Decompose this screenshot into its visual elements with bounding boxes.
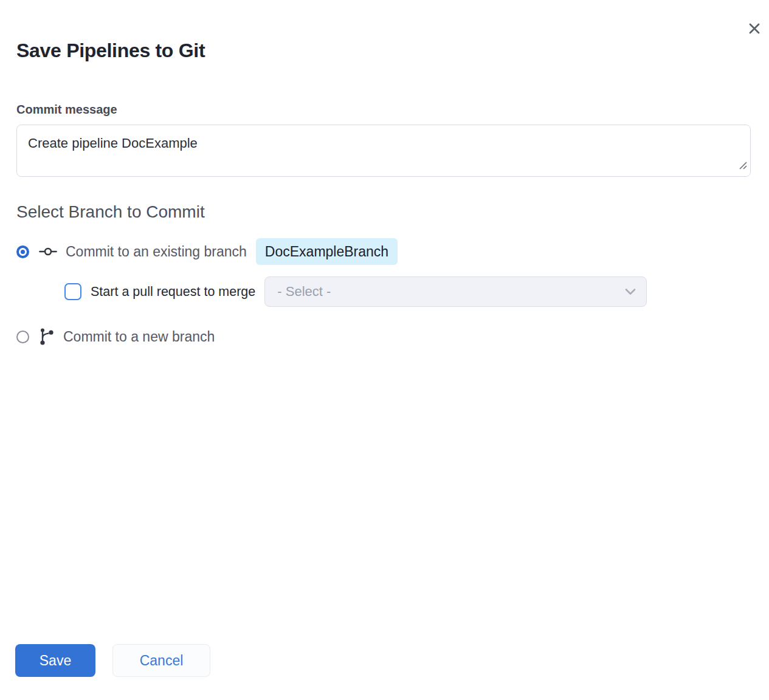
existing-branch-row: Commit to an existing branch DocExampleB… — [16, 238, 751, 265]
pull-request-checkbox[interactable] — [64, 283, 81, 300]
existing-branch-radio[interactable] — [16, 245, 29, 258]
cancel-button[interactable]: Cancel — [112, 644, 210, 677]
save-pipelines-modal: Save Pipelines to Git Commit message Cre… — [0, 0, 769, 700]
new-branch-radio[interactable] — [16, 331, 29, 343]
pull-request-row: Start a pull request to merge - Select - — [64, 276, 751, 307]
existing-branch-label[interactable]: Commit to an existing branch — [66, 242, 247, 261]
target-branch-select-value: - Select - — [277, 284, 331, 300]
git-commit-icon — [39, 245, 57, 258]
commit-message-wrap: Create pipeline DocExample — [16, 125, 751, 177]
commit-message-label: Commit message — [16, 102, 751, 117]
new-branch-row: Commit to a new branch — [16, 326, 751, 348]
modal-title: Save Pipelines to Git — [16, 0, 751, 63]
close-button[interactable] — [746, 20, 763, 37]
pull-request-label[interactable]: Start a pull request to merge — [91, 284, 255, 300]
branch-section-heading: Select Branch to Commit — [16, 202, 751, 222]
save-button[interactable]: Save — [15, 644, 95, 677]
commit-message-input[interactable]: Create pipeline DocExample — [16, 125, 751, 177]
chevron-down-icon — [624, 288, 636, 295]
modal-footer: Save Cancel — [15, 644, 210, 677]
branch-name-badge: DocExampleBranch — [256, 238, 398, 265]
target-branch-select[interactable]: - Select - — [264, 276, 647, 307]
close-icon — [748, 22, 761, 35]
new-branch-label[interactable]: Commit to a new branch — [63, 328, 215, 346]
git-branch-icon — [39, 328, 55, 346]
